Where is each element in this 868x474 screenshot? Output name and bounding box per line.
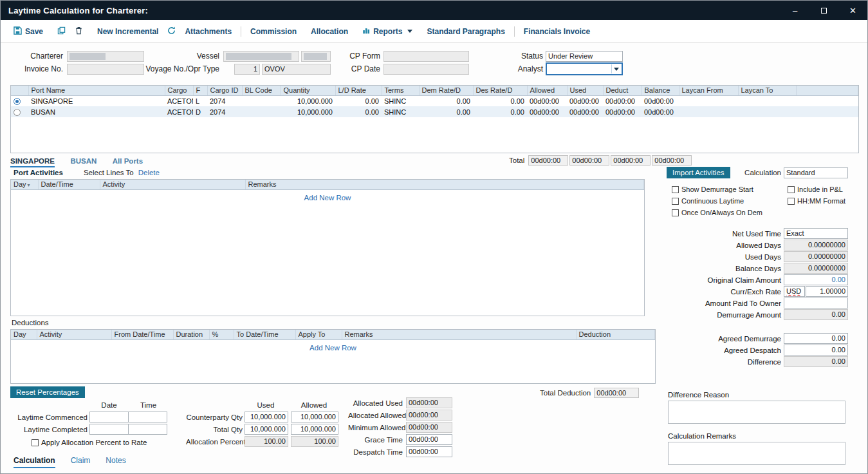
col-deduction: Deduction — [576, 330, 655, 339]
maximize-button[interactable] — [809, 1, 838, 20]
tab-calculation[interactable]: Calculation — [14, 456, 55, 468]
calculation-remarks-textarea[interactable] — [668, 442, 845, 465]
net-used-time-field[interactable]: Exact — [784, 228, 848, 239]
date-header: Date — [89, 401, 129, 410]
original-claim-amount-field[interactable]: 0.00 — [784, 274, 848, 285]
total-qty-allowed-field[interactable]: 10,000.000 — [291, 424, 338, 435]
difference-reason-textarea[interactable] — [668, 401, 845, 424]
close-button[interactable]: ✕ — [838, 1, 867, 20]
standard-paragraphs-button[interactable]: Standard Paragraphs — [427, 27, 504, 36]
new-incremental-label: New Incremental — [97, 27, 158, 36]
col-allowed: Allowed — [527, 86, 567, 95]
cp-date-field — [383, 64, 469, 75]
invoice-no-label: Invoice No. — [1, 64, 63, 75]
laytime-commenced-time-field[interactable] — [128, 412, 167, 422]
cell-f: L — [193, 95, 207, 106]
sort-icon: ▾ — [28, 182, 30, 188]
reports-menu-button[interactable]: Reports — [362, 26, 412, 36]
reset-percentages-button[interactable]: Reset Percentages — [10, 386, 85, 398]
cell-laycan-to — [738, 106, 796, 117]
cell-cargo: ACETONE — [165, 106, 193, 117]
cell-bl-code — [242, 106, 281, 117]
checkbox-continuous-laytime[interactable]: Continuous Laytime — [672, 197, 788, 205]
checkbox-show-demurrage-start[interactable]: Show Demurrage Start — [672, 185, 788, 193]
laytime-completed-date-field[interactable] — [89, 424, 129, 435]
balance-days-value: 0.00000000 — [784, 263, 848, 274]
currency-code: USD — [786, 287, 801, 295]
total-balance: 00d00:00 — [652, 155, 692, 166]
grace-time-field[interactable]: 00d00:00 — [406, 434, 452, 445]
col-des-rate: Des Rate/D — [473, 86, 527, 95]
voyage-no-field: 1 — [234, 64, 260, 75]
analyst-dropdown[interactable] — [546, 62, 623, 75]
status-field[interactable]: Under Review — [546, 51, 623, 62]
new-incremental-button[interactable]: New Incremental — [97, 27, 158, 36]
save-icon — [14, 26, 22, 37]
allowed-days-value: 0.00000000 — [784, 240, 848, 251]
checkbox-hhmm-format[interactable]: HH:MM Format — [788, 197, 845, 205]
toolbar: Save New Incremental Attachments Commiss… — [1, 20, 867, 43]
commission-button[interactable]: Commission — [250, 27, 297, 36]
checkbox-icon — [672, 186, 679, 193]
original-claim-amount-label: Original Claim Amount — [708, 276, 781, 284]
cell-cargo-id: 2074 — [207, 106, 242, 117]
cargo-row[interactable]: BUSAN ACETONE D 2074 10,000.000 0.00 SHI… — [11, 106, 858, 117]
tab-claim[interactable]: Claim — [71, 456, 91, 468]
total-used: 00d00:00 — [569, 155, 609, 166]
cell-used: 00d00:00 — [567, 106, 603, 117]
col-remarks: Remarks — [342, 330, 576, 339]
agreed-demurrage-field[interactable]: 0.00 — [784, 333, 848, 344]
exchange-rate-field[interactable]: 1.00000 — [806, 286, 848, 297]
currency-field[interactable]: USD — [784, 286, 805, 297]
counterparty-qty-allowed-field[interactable]: 10,000.000 — [291, 412, 338, 422]
laytime-completed-time-field[interactable] — [128, 424, 167, 435]
counterparty-qty-used-field[interactable]: 10,000.000 — [245, 412, 288, 422]
amount-paid-to-owner-field[interactable] — [784, 298, 848, 308]
delete-lines-link[interactable]: Delete — [138, 169, 160, 176]
cell-port-name: SINGAPORE — [28, 95, 165, 106]
col-to-datetime: To Date/Time — [234, 330, 295, 339]
row-radio-selected[interactable] — [14, 98, 21, 105]
attachments-button[interactable]: Attachments — [185, 27, 232, 36]
refresh-button[interactable] — [167, 26, 176, 37]
agreed-demurrage-label: Agreed Demurrage — [718, 335, 781, 343]
despatch-time-field[interactable]: 00d00:00 — [406, 446, 452, 457]
checkbox-include-in-pl[interactable]: Include in P&L — [788, 185, 843, 193]
cargo-row[interactable]: SINGAPORE ACETONE L 2074 10,000.000 0.00… — [11, 95, 858, 106]
financials-invoice-button[interactable]: Financials Invoice — [524, 27, 590, 36]
add-activity-row-link[interactable]: Add New Row — [304, 194, 351, 202]
import-activities-button[interactable]: Import Activities — [667, 167, 730, 178]
amount-paid-to-owner-label: Amount Paid To Owner — [705, 299, 781, 307]
checkbox-once-on-always-on-dem[interactable]: Once On/Always On Dem — [672, 209, 788, 216]
cell-filler — [796, 95, 858, 106]
checkbox-icon — [32, 439, 39, 446]
cell-ld-rate: 0.00 — [335, 95, 382, 106]
laytime-commenced-date-field[interactable] — [89, 412, 129, 422]
copy-button[interactable] — [57, 26, 66, 37]
row-radio[interactable] — [14, 109, 21, 116]
port-tab-all-ports[interactable]: All Ports — [113, 157, 143, 166]
port-tab-busan[interactable]: BUSAN — [70, 157, 97, 166]
minimize-button[interactable]: – — [780, 1, 809, 20]
tab-notes[interactable]: Notes — [106, 456, 125, 468]
total-qty-used-field[interactable]: 10,000.000 — [245, 424, 288, 435]
port-tab-singapore[interactable]: SINGAPORE — [10, 157, 55, 167]
refresh-icon — [167, 26, 176, 37]
net-used-time-label: Net Used Time — [732, 230, 781, 238]
difference-value: 0.00 — [784, 356, 848, 367]
cell-deduct: 00d00:00 — [603, 106, 642, 117]
difference-label: Difference — [748, 358, 781, 366]
vessel-label: Vessel — [104, 51, 219, 62]
allocation-button[interactable]: Allocation — [311, 27, 348, 36]
voyage-opr-label: Voyage No./Opr Type — [104, 64, 219, 75]
calculation-method-field[interactable]: Standard — [784, 167, 848, 178]
checkbox-apply-allocation-percent[interactable]: Apply Allocation Percent to Rate — [32, 439, 168, 446]
allowed-days-label: Allowed Days — [736, 242, 781, 249]
add-deduction-row-link[interactable]: Add New Row — [309, 344, 356, 352]
allocation-percent-used-value: 100.00 — [245, 436, 288, 447]
save-button[interactable]: Save — [14, 26, 43, 37]
agreed-despatch-field[interactable]: 0.00 — [784, 345, 848, 356]
financials-invoice-label: Financials Invoice — [524, 27, 590, 36]
delete-button[interactable] — [75, 26, 83, 37]
cell-quantity: 10,000.000 — [281, 95, 335, 106]
